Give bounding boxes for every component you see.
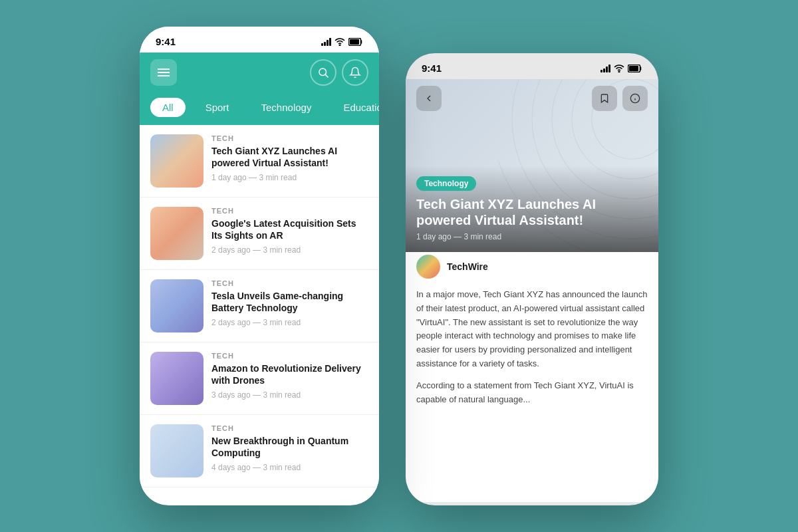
svg-rect-2 — [350, 39, 359, 45]
article-body-text-1: In a major move, Tech Giant XYZ has anno… — [416, 288, 648, 371]
battery-icon-right — [628, 65, 642, 72]
status-time-right: 9:41 — [422, 63, 442, 74]
news-thumb-1 — [150, 134, 203, 188]
author-row: TechWire — [416, 255, 648, 279]
wifi-icon-right — [614, 65, 624, 72]
news-category-4: TECH — [211, 352, 368, 360]
signal-icon-right — [600, 65, 610, 72]
news-title-4: Amazon to Revolutionize Delivery with Dr… — [211, 362, 368, 386]
news-info-3: TECH Tesla Unveils Game-changing Battery… — [211, 279, 368, 327]
news-title-2: Google's Latest Acquisition Sets Its Sig… — [211, 217, 368, 241]
news-meta-3: 2 days ago — 3 min read — [211, 318, 368, 327]
notification-button[interactable] — [342, 59, 368, 86]
phones-container: 9:41 — [140, 27, 658, 505]
tab-sport[interactable]: Sport — [194, 98, 241, 117]
news-info-5: TECH New Breakthrough in Quantum Computi… — [211, 424, 368, 472]
header-actions — [310, 59, 368, 86]
svg-point-0 — [339, 45, 340, 46]
news-item-5[interactable]: TECH New Breakthrough in Quantum Computi… — [140, 415, 379, 487]
menu-button[interactable] — [150, 59, 177, 86]
status-bar-left: 9:41 — [140, 27, 379, 53]
news-list: TECH Tech Giant XYZ Launches AI powered … — [140, 125, 379, 502]
status-icons-right — [600, 65, 642, 72]
battery-icon — [348, 38, 363, 46]
article-meta: 1 day ago — 3 min read — [416, 232, 648, 241]
phone-left: 9:41 — [140, 27, 379, 505]
back-button[interactable] — [416, 86, 442, 111]
news-category-2: TECH — [211, 207, 368, 215]
news-thumb-5 — [150, 424, 203, 477]
news-meta-1: 1 day ago — 3 min read — [211, 173, 368, 182]
article-body-text-2: According to a statement from Tech Giant… — [416, 379, 648, 407]
news-item-4[interactable]: TECH Amazon to Revolutionize Delivery wi… — [140, 342, 379, 415]
article-title: Tech Giant XYZ Launches AI powered Virtu… — [416, 196, 648, 228]
status-icons-left — [321, 38, 363, 46]
article-right-buttons — [592, 86, 648, 111]
svg-point-8 — [618, 71, 620, 72]
news-info-2: TECH Google's Latest Acquisition Sets It… — [211, 207, 368, 255]
news-title-3: Tesla Unveils Game-changing Battery Tech… — [211, 290, 368, 314]
status-bar-right: 9:41 — [406, 53, 658, 79]
author-avatar-inner — [416, 255, 440, 279]
news-item-1[interactable]: TECH Tech Giant XYZ Launches AI powered … — [140, 125, 379, 198]
svg-point-6 — [319, 68, 327, 76]
phone-right: 9:41 — [406, 53, 658, 505]
wifi-icon — [334, 38, 345, 46]
article-tag: Technology — [416, 176, 476, 191]
news-info-4: TECH Amazon to Revolutionize Delivery wi… — [211, 352, 368, 400]
app-header — [140, 53, 379, 92]
news-info-1: TECH Tech Giant XYZ Launches AI powered … — [211, 134, 368, 182]
tab-technology[interactable]: Technology — [249, 98, 324, 117]
bookmark-button[interactable] — [592, 86, 617, 111]
news-thumb-2 — [150, 207, 203, 260]
news-category-1: TECH — [211, 134, 368, 142]
tab-education[interactable]: Education — [331, 98, 379, 117]
news-title-5: New Breakthrough in Quantum Computing — [211, 435, 368, 459]
news-item-3[interactable]: TECH Tesla Unveils Game-changing Battery… — [140, 270, 379, 342]
article-body: TechWire In a major move, Tech Giant XYZ… — [406, 241, 658, 502]
news-category-3: TECH — [211, 279, 368, 287]
news-thumb-3 — [150, 279, 203, 332]
phone-content-left: All Sport Technology Education TECH Tech… — [140, 53, 379, 502]
news-title-1: Tech Giant XYZ Launches AI powered Virtu… — [211, 145, 368, 169]
signal-icon — [321, 38, 331, 46]
author-avatar — [416, 255, 440, 279]
author-name: TechWire — [447, 261, 488, 272]
news-meta-5: 4 days ago — 3 min read — [211, 463, 368, 472]
article-header-btns — [406, 79, 658, 118]
news-meta-4: 3 days ago — 3 min read — [211, 390, 368, 400]
svg-rect-10 — [629, 66, 638, 71]
article-hero: Technology Tech Giant XYZ Launches AI po… — [406, 79, 658, 252]
tab-all[interactable]: All — [150, 98, 186, 117]
news-category-5: TECH — [211, 424, 368, 432]
category-tabs: All Sport Technology Education — [140, 92, 379, 125]
svg-line-7 — [325, 74, 328, 77]
phone-right-content: Technology Tech Giant XYZ Launches AI po… — [406, 79, 658, 502]
info-button[interactable] — [622, 86, 648, 111]
news-meta-2: 2 days ago — 3 min read — [211, 245, 368, 255]
article-overlay: Technology Tech Giant XYZ Launches AI po… — [406, 166, 658, 252]
news-item-2[interactable]: TECH Google's Latest Acquisition Sets It… — [140, 198, 379, 270]
news-thumb-4 — [150, 352, 203, 405]
search-button[interactable] — [310, 59, 336, 86]
status-time-left: 9:41 — [156, 36, 176, 47]
